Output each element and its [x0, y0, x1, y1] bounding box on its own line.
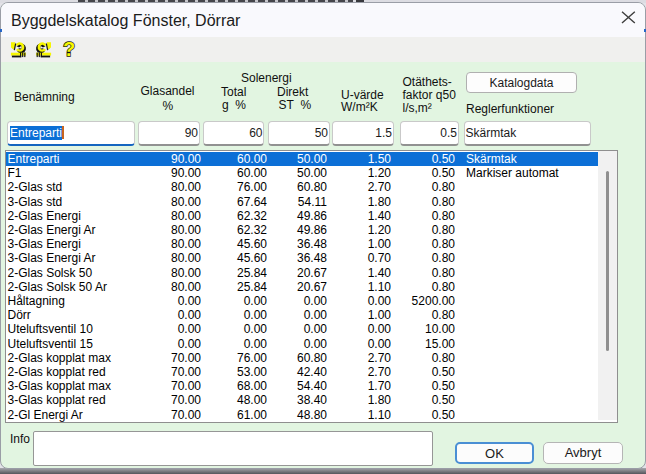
svg-text:?: ? — [63, 38, 75, 60]
